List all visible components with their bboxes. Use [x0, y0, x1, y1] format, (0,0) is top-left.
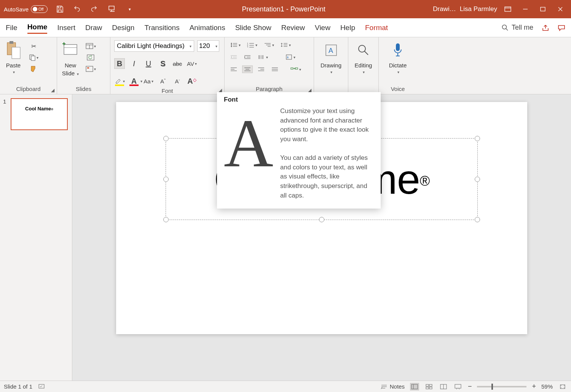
highlight-button[interactable]: ▾	[114, 76, 125, 86]
align-center-button[interactable]	[242, 65, 253, 73]
cut-button[interactable]: ✂	[27, 42, 40, 50]
svg-rect-0	[109, 6, 114, 10]
tab-animations[interactable]: Animations	[190, 22, 225, 33]
editing-button[interactable]: Editing ▾	[354, 40, 373, 74]
font-size-select[interactable]: 120▾	[197, 40, 219, 52]
thumbnail-preview[interactable]: Cool Name®	[11, 98, 68, 130]
paste-button[interactable]: Paste ▾	[4, 40, 23, 74]
tab-slideshow[interactable]: Slide Show	[235, 22, 271, 33]
smartart-button[interactable]: ▾	[289, 65, 302, 73]
zoom-slider[interactable]	[477, 386, 526, 387]
redo-icon[interactable]	[90, 5, 99, 14]
new-slide-button[interactable]: New Slide ▾	[61, 40, 80, 76]
resize-handle-s[interactable]	[319, 217, 324, 222]
tab-design[interactable]: Design	[112, 22, 134, 33]
drawing-icon: A	[322, 40, 341, 61]
clear-formatting-button[interactable]: A◇	[187, 76, 197, 86]
bullets-button[interactable]: ▾	[228, 41, 242, 49]
font-name-select[interactable]: Calibri Light (Headings)▾	[114, 40, 194, 52]
underline-button[interactable]: U	[143, 58, 154, 69]
save-icon[interactable]	[55, 5, 64, 14]
italic-button[interactable]: I	[129, 58, 139, 69]
fit-to-window-button[interactable]	[558, 383, 567, 390]
maximize-button[interactable]	[536, 4, 550, 14]
drawing-button[interactable]: A Drawing ▾	[321, 40, 341, 74]
spellcheck-icon[interactable]	[38, 384, 45, 389]
tab-format[interactable]: Format	[365, 22, 388, 33]
zoom-slider-thumb[interactable]	[491, 384, 493, 390]
autosave-label: AutoSave	[4, 6, 29, 13]
format-painter-button[interactable]	[27, 65, 40, 73]
autosave-toggle[interactable]: Off	[31, 5, 48, 13]
slide-sorter-view-button[interactable]	[424, 383, 434, 390]
justify-button[interactable]	[270, 65, 280, 73]
comments-icon[interactable]	[558, 24, 565, 31]
zoom-out-button[interactable]: −	[468, 382, 472, 390]
close-button[interactable]	[553, 4, 567, 14]
start-from-beginning-icon[interactable]	[108, 5, 117, 14]
copy-button[interactable]: ▾	[27, 53, 40, 62]
notes-button[interactable]: Notes	[381, 383, 405, 390]
tab-review[interactable]: Review	[281, 22, 305, 33]
numbering-button[interactable]: 123▾	[245, 41, 259, 49]
change-case-button[interactable]: Aa▾	[143, 76, 154, 86]
reading-view-button[interactable]	[439, 383, 448, 390]
share-icon[interactable]	[542, 24, 549, 31]
resize-handle-ne[interactable]	[475, 136, 480, 141]
normal-view-button[interactable]	[410, 383, 419, 390]
ribbon-display-options-icon[interactable]	[501, 4, 515, 14]
slide-counter[interactable]: Slide 1 of 1	[4, 383, 32, 390]
minimize-button[interactable]	[518, 4, 532, 14]
search-icon	[502, 24, 509, 31]
text-direction-button[interactable]: ▾	[283, 53, 297, 61]
qat-customize-icon[interactable]: ▾	[125, 5, 134, 14]
tab-file[interactable]: File	[6, 22, 18, 33]
layout-button[interactable]: ▾	[84, 42, 97, 50]
new-slide-label2: Slide	[62, 70, 75, 76]
increase-indent-button[interactable]	[242, 53, 253, 61]
chevron-down-icon: ▾	[13, 70, 15, 74]
svg-rect-19	[87, 67, 89, 69]
decrease-indent-button[interactable]	[228, 53, 239, 61]
slide-thumbnails-pane[interactable]: 1 Cool Name®	[0, 94, 72, 381]
bold-button[interactable]: B	[114, 58, 125, 69]
tell-me-search[interactable]: Tell me	[502, 24, 533, 32]
zoom-percent[interactable]: 59%	[541, 383, 553, 390]
resize-handle-se[interactable]	[475, 217, 480, 222]
svg-line-6	[506, 29, 508, 30]
list-level-button[interactable]: ▾	[262, 41, 276, 49]
thumbnail-number: 1	[3, 98, 8, 130]
tab-draw[interactable]: Draw	[85, 22, 102, 33]
increase-font-button[interactable]: Aˆ	[158, 76, 168, 86]
zoom-in-button[interactable]: +	[532, 382, 536, 390]
resize-handle-w[interactable]	[163, 177, 169, 182]
columns-button[interactable]: ▾	[256, 53, 270, 61]
slideshow-view-button[interactable]	[453, 383, 463, 390]
section-button[interactable]: ▾	[84, 65, 97, 73]
dictate-button[interactable]: Dictate ▾	[388, 40, 407, 74]
svg-text:A: A	[329, 47, 333, 54]
undo-icon[interactable]	[73, 5, 82, 14]
align-left-button[interactable]	[228, 65, 239, 73]
resize-handle-e[interactable]	[475, 177, 480, 182]
tooltip-body: Customize your text using advanced font …	[280, 107, 374, 200]
copy-icon	[29, 54, 36, 61]
tab-view[interactable]: View	[315, 22, 330, 33]
align-right-button[interactable]	[256, 65, 266, 73]
tab-help[interactable]: Help	[340, 22, 355, 33]
shadow-button[interactable]: S	[158, 58, 168, 69]
thumbnail-1[interactable]: 1 Cool Name®	[3, 98, 69, 130]
decrease-font-button[interactable]: Aˇ	[172, 76, 183, 86]
resize-handle-sw[interactable]	[163, 217, 169, 222]
tab-transitions[interactable]: Transitions	[144, 22, 179, 33]
clipboard-dialog-launcher[interactable]: ◢	[50, 88, 55, 93]
line-spacing-button[interactable]: ▾	[279, 41, 292, 49]
character-spacing-button[interactable]: AV▾	[187, 58, 197, 69]
tab-home[interactable]: Home	[27, 21, 48, 34]
svg-rect-74	[426, 384, 429, 386]
tab-insert[interactable]: Insert	[57, 22, 75, 33]
reset-button[interactable]	[86, 53, 96, 62]
resize-handle-nw[interactable]	[163, 136, 169, 141]
font-color-button[interactable]: A ▾	[129, 76, 139, 86]
strikethrough-button[interactable]: abc	[172, 58, 183, 69]
